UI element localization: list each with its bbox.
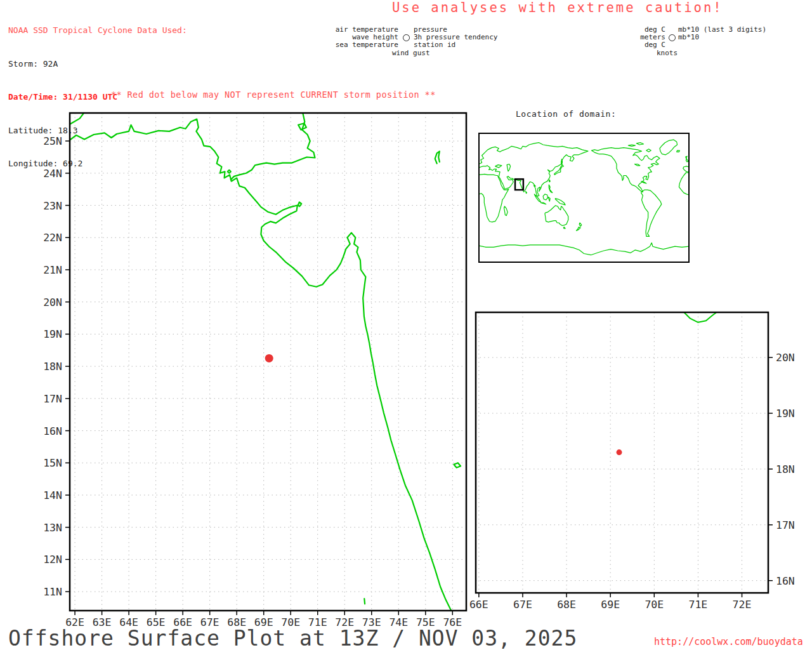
- x-tick-label: 70E: [645, 599, 664, 611]
- x-tick-label: 72E: [733, 599, 752, 611]
- unit-sea-temp: deg C: [625, 41, 665, 49]
- unit-tendency: mb*10: [678, 34, 699, 41]
- y-tick-label: 15N: [43, 457, 62, 469]
- offshore-surface-plot-page: { "header": { "noaa_line": "NOAA SSD Tro…: [0, 0, 812, 650]
- x-tick-label: 68E: [557, 599, 576, 611]
- legend-wind-gust: wind gust: [392, 50, 430, 57]
- x-tick-label: 71E: [689, 599, 708, 611]
- legend-row: deg C: [625, 41, 766, 49]
- station-circle-icon: [669, 34, 676, 41]
- inset-title: Location of domain:: [516, 109, 616, 119]
- storm-position-dot: [265, 354, 273, 362]
- y-tick-label: 14N: [43, 489, 62, 501]
- world-locator-map: [479, 133, 689, 262]
- y-tick-label: 17N: [43, 393, 62, 405]
- red-dot-warning: ** Red dot below may NOT represent CURRE…: [111, 90, 436, 100]
- legend-row: knots: [625, 50, 766, 57]
- station-model-legend: air temperature pressure wave height 3h …: [330, 26, 497, 57]
- storm-id-line: Storm: 92A: [8, 58, 187, 70]
- y-tick-label: 20N: [43, 296, 62, 308]
- y-tick-label: 19N: [43, 328, 62, 340]
- main-map: 62E63E64E65E66E67E68E69E70E71E72E73E74E7…: [70, 113, 466, 611]
- y-tick-label: 19N: [776, 408, 795, 420]
- y-tick-label: 18N: [776, 463, 795, 475]
- legend-row: sea temperature station id: [330, 41, 497, 49]
- zoom-map: 66E67E68E69E70E71E72E16N17N18N19N20N: [476, 312, 768, 593]
- y-tick-label: 21N: [43, 264, 62, 276]
- units-legend: deg C mb*10 (last 3 digits) meters mb*10…: [625, 26, 766, 57]
- legend-row: wind gust: [330, 50, 497, 57]
- station-circle-icon: [403, 34, 410, 41]
- x-tick-label: 67E: [513, 599, 532, 611]
- x-tick-label: 69E: [601, 599, 620, 611]
- y-tick-label: 11N: [43, 586, 62, 598]
- y-tick-label: 12N: [43, 554, 62, 566]
- plot-title: Offshore Surface Plot at 13Z / NOV 03, 2…: [8, 626, 577, 650]
- noaa-data-line: NOAA SSD Tropical Cyclone Data Used:: [8, 25, 187, 36]
- y-tick-label: 22N: [43, 232, 62, 244]
- y-tick-label: 20N: [776, 352, 795, 364]
- unit-wind-gust-knots: knots: [657, 50, 678, 57]
- legend-sea-temperature: sea temperature: [330, 41, 398, 49]
- storm-position-dot: [617, 449, 622, 455]
- y-tick-label: 25N: [43, 135, 62, 147]
- y-tick-label: 13N: [43, 522, 62, 534]
- y-tick-label: 16N: [776, 575, 795, 587]
- y-tick-label: 16N: [43, 425, 62, 437]
- y-tick-label: 17N: [776, 519, 795, 531]
- x-tick-label: 66E: [469, 599, 488, 611]
- y-tick-label: 24N: [43, 168, 62, 180]
- legend-station-id: station id: [414, 41, 455, 49]
- y-tick-label: 23N: [43, 200, 62, 212]
- buoydata-url-link[interactable]: http://coolwx.com/buoydata: [654, 636, 803, 647]
- y-tick-label: 18N: [43, 361, 62, 373]
- caution-title: Use analyses with extreme caution!: [392, 0, 723, 15]
